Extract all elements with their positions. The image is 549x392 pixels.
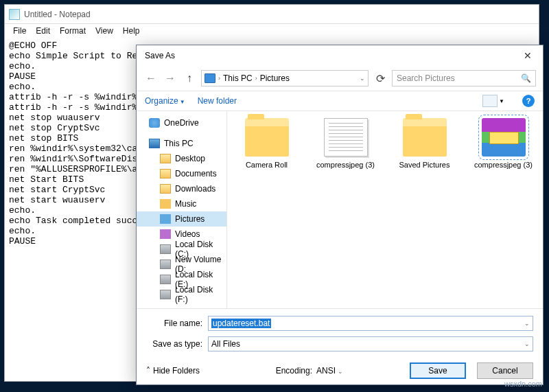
tree-downloads[interactable]: Downloads: [137, 181, 226, 196]
forward-button[interactable]: →: [163, 71, 178, 86]
encoding-value: ANSI: [316, 366, 336, 376]
file-item-compressjpeg-rar[interactable]: compressjpeg (3): [471, 118, 536, 169]
file-label: Saved Pictures: [399, 161, 450, 169]
tree-disk-f[interactable]: Local Disk (F:): [137, 287, 226, 302]
document-icon: [324, 118, 368, 157]
archive-icon: [482, 118, 526, 157]
breadcrumb[interactable]: › This PC › Pictures ⌄: [201, 70, 369, 87]
menu-view[interactable]: View: [95, 26, 113, 36]
encoding-label: Encoding:: [276, 366, 312, 376]
tree-desktop[interactable]: Desktop: [137, 151, 226, 166]
new-folder-button[interactable]: New folder: [198, 96, 237, 106]
video-icon: [160, 229, 171, 239]
menu-edit[interactable]: Edit: [36, 26, 50, 36]
up-button[interactable]: ↑: [182, 71, 197, 86]
file-label: compressjpeg (3): [474, 161, 533, 169]
pictures-icon: [160, 214, 171, 224]
file-item-camera-roll[interactable]: Camera Roll: [234, 118, 299, 169]
file-list[interactable]: Camera Roll compressjpeg (3) Saved Pictu…: [227, 111, 543, 308]
tree-thispc[interactable]: This PC: [137, 136, 226, 151]
notepad-menubar: File Edit Format View Help: [5, 24, 539, 38]
folder-icon: [403, 118, 447, 157]
disk-icon: [160, 260, 171, 269]
save-as-dialog: Save As ✕ ← → ↑ › This PC › Pictures ⌄ ⟳…: [136, 45, 544, 385]
dialog-title: Save As: [145, 51, 175, 60]
dialog-titlebar[interactable]: Save As ✕: [137, 45, 543, 66]
file-label: compressjpeg (3): [316, 161, 375, 169]
save-button[interactable]: Save: [410, 362, 466, 379]
help-button[interactable]: ?: [522, 95, 535, 107]
organize-button[interactable]: Organize▼: [145, 96, 185, 106]
chevron-down-icon[interactable]: ▼: [499, 98, 504, 104]
filename-value: updatereset.bat: [211, 319, 271, 328]
tree-documents[interactable]: Documents: [137, 166, 226, 181]
notepad-icon: [9, 9, 20, 20]
pc-icon: [149, 139, 160, 148]
filename-label: File name:: [146, 319, 208, 328]
encoding-select[interactable]: ANSI ⌄: [316, 366, 399, 376]
music-icon: [160, 199, 171, 209]
disk-icon: [160, 244, 171, 254]
chevron-down-icon[interactable]: ⌄: [524, 320, 530, 327]
cancel-button[interactable]: Cancel: [477, 362, 533, 379]
notepad-title: Untitled - Notepad: [24, 10, 91, 19]
file-item-compressjpeg[interactable]: compressjpeg (3): [313, 118, 378, 169]
tree-pictures[interactable]: Pictures: [137, 211, 226, 227]
menu-help[interactable]: Help: [123, 26, 140, 36]
file-item-saved-pictures[interactable]: Saved Pictures: [392, 118, 457, 169]
back-button[interactable]: ←: [143, 71, 159, 86]
nav-bar: ← → ↑ › This PC › Pictures ⌄ ⟳ Search Pi…: [137, 66, 543, 91]
crumb-current[interactable]: Pictures: [260, 73, 290, 83]
view-toggle: ▼: [482, 95, 504, 107]
view-mode-button[interactable]: [482, 95, 498, 107]
saveastype-label: Save as type:: [146, 339, 208, 349]
folder-icon: [160, 154, 171, 163]
tree-onedrive[interactable]: OneDrive: [137, 115, 226, 130]
close-button[interactable]: ✕: [518, 49, 537, 62]
folder-icon: [160, 184, 171, 194]
menu-file[interactable]: File: [13, 26, 26, 36]
notepad-titlebar[interactable]: Untitled - Notepad: [5, 5, 539, 24]
file-label: Camera Roll: [246, 161, 288, 169]
folder-icon: [245, 118, 289, 157]
search-icon: 🔍: [521, 73, 531, 83]
tree-music[interactable]: Music: [137, 196, 226, 211]
chevron-up-icon: ˄: [146, 366, 150, 376]
search-input[interactable]: Search Pictures 🔍: [392, 70, 536, 87]
disk-icon: [160, 290, 171, 299]
pc-icon: [205, 73, 215, 83]
folder-icon: [160, 169, 171, 178]
filename-input[interactable]: updatereset.bat ⌄: [208, 316, 533, 331]
chevron-down-icon[interactable]: ⌄: [524, 341, 530, 347]
chevron-down-icon[interactable]: ⌄: [360, 75, 365, 82]
saveastype-value: All Files: [211, 339, 240, 349]
dialog-bottom: File name: updatereset.bat ⌄ Save as typ…: [137, 308, 543, 384]
chevron-right-icon: ›: [255, 75, 257, 82]
toolbar: Organize▼ New folder ▼ ?: [137, 91, 543, 111]
menu-format[interactable]: Format: [60, 26, 86, 36]
chevron-down-icon[interactable]: ⌄: [338, 368, 343, 375]
nav-tree: OneDrive This PC Desktop Documents Downl…: [137, 111, 227, 308]
hide-folders-toggle[interactable]: ˄ Hide Folders: [146, 366, 200, 376]
saveastype-select[interactable]: All Files ⌄: [208, 336, 533, 351]
cloud-icon: [149, 118, 160, 128]
watermark: wsxdn.com: [504, 380, 542, 388]
refresh-button[interactable]: ⟳: [373, 71, 388, 86]
chevron-right-icon: ›: [218, 75, 220, 82]
crumb-root[interactable]: This PC: [223, 73, 253, 83]
chevron-down-icon: ▼: [180, 99, 185, 105]
main-pane: OneDrive This PC Desktop Documents Downl…: [137, 111, 543, 308]
disk-icon: [160, 275, 171, 284]
search-placeholder: Search Pictures: [397, 73, 455, 83]
